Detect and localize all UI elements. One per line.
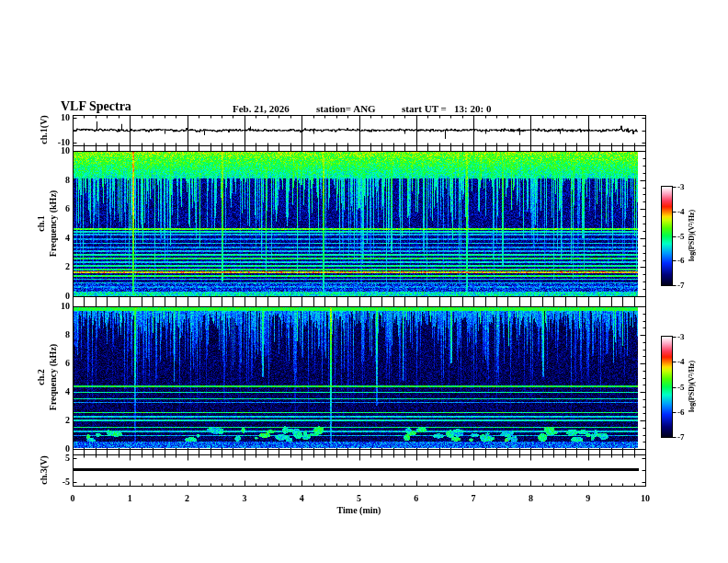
x-tick-label-2: 2 (169, 493, 206, 503)
ch3-signal-line (73, 468, 639, 471)
colorbar-1-label: log(PSD)(V²/Hz) (688, 210, 696, 261)
ch1-spectrogram-canvas (74, 152, 638, 296)
panel0-y-tick-label-10: 10 (40, 112, 70, 122)
x-tick-label-10: 10 (627, 493, 664, 503)
panel2-y-tick-label-8: 8 (40, 329, 70, 339)
ch1-spectrogram-axis-label-line2: Frequency (kHz) (48, 190, 58, 257)
ch2-spectrogram-canvas (74, 307, 638, 448)
panel2-y-tick-label-10: 10 (40, 301, 70, 311)
colorbar2-tick-label--3: -3 (677, 332, 685, 341)
panel1-y-tick-label-0: 0 (40, 291, 70, 301)
vlf-spectra-figure: VLF Spectra Feb. 21, 2026 station= ANG s… (0, 0, 728, 563)
colorbar2-tick-label--5: -5 (677, 383, 685, 392)
panel2-y-tick-label-2: 2 (40, 415, 70, 425)
panel1-y-tick-label-8: 8 (40, 175, 70, 185)
x-axis-label: Time (min) (303, 505, 415, 515)
x-tick-label-0: 0 (54, 493, 91, 503)
colorbar1-tick-label--4: -4 (677, 207, 685, 216)
x-tick-label-8: 8 (512, 493, 549, 503)
x-tick-label-3: 3 (226, 493, 263, 503)
x-tick-label-9: 9 (570, 493, 607, 503)
colorbar2-tick-label--6: -6 (677, 408, 685, 417)
header-start-ut: start UT = 13: 20: 0 (402, 103, 491, 114)
ch1-waveform-canvas (74, 116, 638, 144)
colorbar1-tick-label--7: -7 (677, 281, 685, 290)
colorbar1-tick-label--3: -3 (677, 182, 685, 191)
colorbar2-tick-label--4: -4 (677, 357, 685, 366)
panel2-y-tick-label-6: 6 (40, 358, 70, 368)
x-tick-label-1: 1 (111, 493, 148, 503)
colorbar1-tick-label--6: -6 (677, 256, 685, 265)
panel1-y-tick-label-4: 4 (40, 233, 70, 243)
figure-title: VLF Spectra (61, 99, 131, 114)
colorbar2-tick-label--7: -7 (677, 432, 685, 442)
panel1-y-tick-label-2: 2 (40, 261, 70, 271)
panel0-y-tick-label--10: -10 (40, 137, 70, 147)
x-tick-label-5: 5 (341, 493, 378, 503)
colorbar1-tick-label--5: -5 (677, 232, 685, 241)
ch1-spectrogram-axis-label-line1: ch.1 (36, 215, 46, 232)
ch2-spectrogram-axis-label-line1: ch.2 (36, 369, 46, 385)
panel2-y-tick-label-4: 4 (40, 386, 70, 396)
header-station: station= ANG (316, 103, 376, 114)
panel3-y-tick-label-5: 5 (40, 453, 70, 463)
x-tick-label-7: 7 (455, 493, 492, 503)
colorbar-2-canvas (662, 337, 672, 437)
colorbar-1-canvas (662, 187, 672, 285)
panel1-y-tick-label-6: 6 (40, 203, 70, 213)
header-date: Feb. 21, 2026 (233, 103, 290, 114)
x-tick-label-4: 4 (283, 493, 320, 503)
colorbar-2-label: log(PSD)(V²/Hz) (688, 361, 696, 412)
ch2-spectrogram-axis-label-line2: Frequency (kHz) (48, 344, 58, 410)
x-tick-label-6: 6 (398, 493, 435, 503)
panel3-y-tick-label--5: -5 (40, 477, 70, 487)
